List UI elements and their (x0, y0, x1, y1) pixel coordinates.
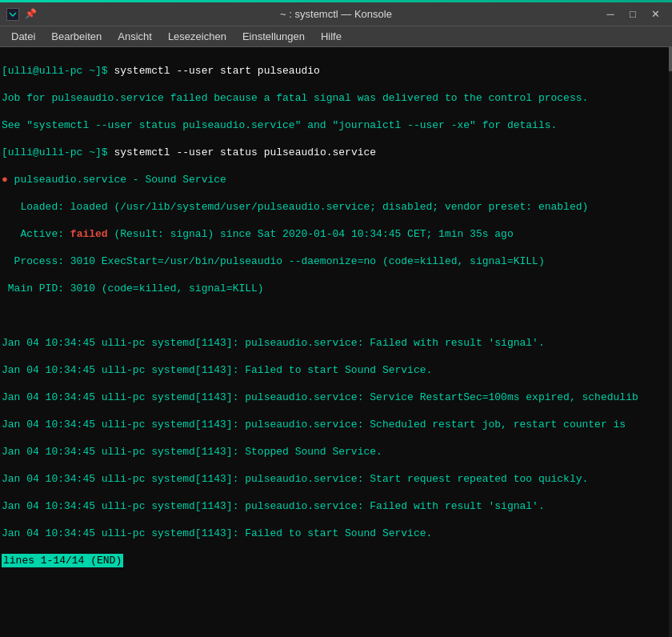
titlebar: 📌 ~ : systemctl — Konsole ─ □ ✕ (0, 2, 672, 26)
line-1: [ulli@ulli-pc ~]$ systemctl --user start… (2, 64, 670, 78)
log-4: Jan 04 10:34:45 ulli-pc systemd[1143]: p… (2, 418, 670, 431)
line-6: Loaded: loaded (/usr/lib/systemd/user/pu… (2, 200, 670, 214)
status-dot: ● (2, 174, 8, 186)
active-label: Active: (2, 228, 70, 240)
log-7: Jan 04 10:34:45 ulli-pc systemd[1143]: p… (2, 499, 670, 513)
log-1: Jan 04 10:34:45 ulli-pc systemd[1143]: p… (2, 336, 670, 350)
lines-indicator: lines 1-14/14 (END) (2, 554, 123, 567)
line-8: Process: 3010 ExecStart=/usr/bin/pulseau… (2, 254, 670, 268)
menu-ansicht[interactable]: Ansicht (110, 29, 160, 44)
pin-icon: 📌 (24, 8, 37, 21)
window-controls: ─ □ ✕ (600, 6, 666, 22)
app-icon (6, 8, 19, 21)
lines-indicator-line: lines 1-14/14 (END) (2, 554, 670, 567)
menu-datei[interactable]: Datei (3, 29, 43, 44)
maximize-button[interactable]: □ (622, 6, 643, 22)
line-3: See "systemctl --user status pulseaudio.… (2, 118, 670, 132)
log-6: Jan 04 10:34:45 ulli-pc systemd[1143]: p… (2, 472, 670, 486)
line-7: Active: failed (Result: signal) since Sa… (2, 227, 670, 241)
menu-hilfe[interactable]: Hilfe (313, 29, 350, 44)
log-5: Jan 04 10:34:45 ulli-pc systemd[1143]: S… (2, 445, 670, 459)
line-10 (2, 309, 670, 323)
menu-einstellungen[interactable]: Einstellungen (234, 29, 313, 44)
active-suffix: (Result: signal) since Sat 2020-01-04 10… (108, 228, 514, 240)
service-name: pulseaudio.service - Sound Service (8, 174, 226, 186)
window-title: ~ : systemctl — Konsole (280, 8, 392, 20)
close-button[interactable]: ✕ (645, 6, 666, 22)
log-2: Jan 04 10:34:45 ulli-pc systemd[1143]: F… (2, 363, 670, 377)
line-2: Job for pulseaudio.service failed becaus… (2, 91, 670, 105)
scrollbar[interactable] (669, 47, 672, 637)
svg-rect-0 (8, 10, 18, 19)
cmd-1: systemctl --user start pulseaudio (114, 65, 319, 77)
log-8: Jan 04 10:34:45 ulli-pc systemd[1143]: F… (2, 527, 670, 540)
minimize-button[interactable]: ─ (600, 6, 621, 22)
scrollbar-thumb (669, 47, 672, 71)
line-9: Main PID: 3010 (code=killed, signal=KILL… (2, 282, 670, 295)
menubar: Datei Bearbeiten Ansicht Lesezeichen Ein… (0, 26, 672, 47)
terminal-content: [ulli@ulli-pc ~]$ systemctl --user start… (2, 50, 670, 595)
line-5: ● pulseaudio.service - Sound Service (2, 173, 670, 186)
failed-status: failed (70, 228, 108, 240)
log-3: Jan 04 10:34:45 ulli-pc systemd[1143]: p… (2, 391, 670, 404)
line-4: [ulli@ulli-pc ~]$ systemctl --user statu… (2, 146, 670, 159)
terminal[interactable]: [ulli@ulli-pc ~]$ systemctl --user start… (0, 47, 672, 637)
menu-bearbeiten[interactable]: Bearbeiten (43, 29, 110, 44)
prompt-2: [ulli@ulli-pc ~]$ (2, 146, 114, 158)
cmd-2: systemctl --user status pulseaudio.servi… (114, 146, 376, 158)
menu-lesezeichen[interactable]: Lesezeichen (160, 29, 234, 44)
prompt-1: [ulli@ulli-pc ~]$ (2, 65, 114, 77)
titlebar-left: 📌 (6, 8, 37, 21)
